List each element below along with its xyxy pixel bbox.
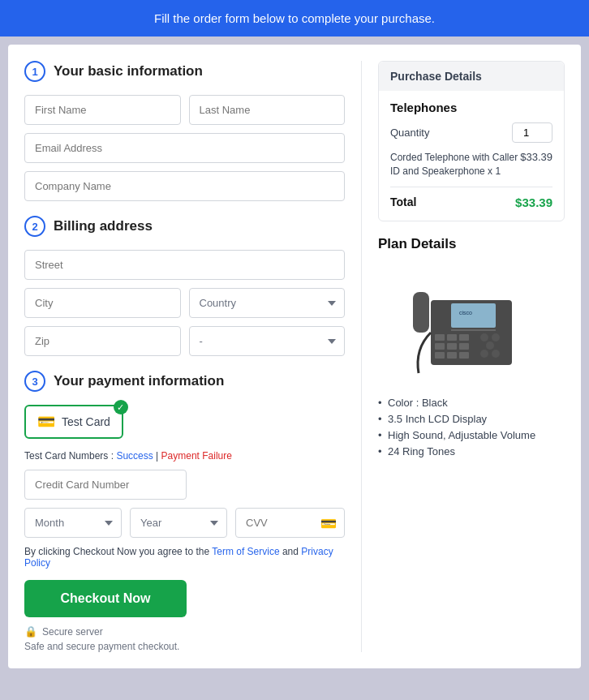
secure-server-info: 🔒 Secure server — [24, 625, 345, 638]
svg-rect-12 — [459, 352, 469, 359]
street-input[interactable] — [24, 250, 345, 280]
svg-rect-1 — [451, 303, 496, 328]
svg-point-16 — [480, 350, 488, 358]
plan-details-section: Plan Details cisco — [378, 236, 565, 457]
product-price: $33.39 — [520, 151, 552, 163]
plan-feature-item: Color : Black — [378, 397, 565, 409]
company-input[interactable] — [24, 171, 345, 201]
plan-feature-item: 24 Ring Tones — [378, 445, 565, 457]
state-select[interactable]: -CANYTXFLWAIL — [189, 326, 346, 356]
svg-point-17 — [492, 350, 500, 358]
section1-header: 1 Your basic information — [24, 61, 345, 82]
city-input[interactable] — [24, 288, 181, 318]
lock-icon: 🔒 — [24, 625, 37, 638]
svg-rect-3 — [451, 329, 496, 331]
quantity-input[interactable] — [512, 122, 552, 143]
svg-point-14 — [492, 333, 500, 341]
svg-rect-18 — [413, 292, 429, 333]
svg-rect-5 — [447, 334, 457, 341]
svg-rect-9 — [459, 343, 469, 350]
svg-point-15 — [486, 341, 494, 350]
month-select[interactable]: Month 010203 040506 070809 101112 — [24, 508, 122, 538]
phone-svg: cisco — [406, 268, 536, 381]
checkout-button[interactable]: Checkout Now — [24, 580, 187, 617]
cvv-wrapper: 💳 — [235, 508, 345, 538]
street-row — [24, 250, 345, 280]
section1-title: Your basic information — [54, 63, 203, 79]
company-row — [24, 171, 345, 201]
cc-number-row — [24, 470, 345, 500]
card-option[interactable]: 💳 Test Card ✓ — [24, 405, 123, 439]
step3-circle: 3 — [24, 371, 45, 392]
total-label: Total — [390, 195, 416, 208]
step1-circle: 1 — [24, 61, 45, 82]
phone-image: cisco — [398, 264, 544, 385]
test-card-label: Test Card Numbers : — [24, 450, 114, 462]
svg-rect-8 — [447, 343, 457, 350]
zip-input[interactable] — [24, 326, 181, 356]
svg-rect-7 — [435, 343, 445, 350]
plan-features-list: Color : Black3.5 Inch LCD DisplayHigh So… — [378, 397, 565, 457]
terms-text: By clicking Checkout Now you agree to th… — [24, 546, 345, 569]
section2-title: Billing address — [54, 218, 153, 234]
terms-of-service-link[interactable]: Term of Service — [212, 546, 279, 557]
plan-details-title: Plan Details — [378, 236, 565, 252]
card-label: Test Card — [62, 415, 110, 428]
top-banner: Fill the order form below to complete yo… — [0, 0, 589, 37]
email-input[interactable] — [24, 133, 345, 163]
banner-text: Fill the order form below to complete yo… — [154, 11, 435, 25]
test-card-failure-link[interactable]: Payment Failure — [161, 450, 232, 462]
left-panel: 1 Your basic information 2 — [24, 61, 362, 652]
test-card-info: Test Card Numbers : Success | Payment Fa… — [24, 450, 345, 462]
city-country-row: CountryUnited StatesUnited KingdomCanada… — [24, 288, 345, 318]
plan-feature-item: 3.5 Inch LCD Display — [378, 413, 565, 425]
purchase-details-title: Purchase Details — [379, 62, 564, 91]
right-panel: Purchase Details Telephones Quantity Cor… — [362, 61, 565, 652]
section3-header: 3 Your payment information — [24, 371, 345, 392]
check-badge: ✓ — [114, 400, 128, 414]
product-section-title: Telephones — [390, 101, 552, 114]
test-card-success-link[interactable]: Success — [116, 450, 153, 462]
step2-circle: 2 — [24, 216, 45, 237]
product-name: Corded Telephone with Caller ID and Spea… — [390, 151, 520, 178]
product-row: Corded Telephone with Caller ID and Spea… — [390, 151, 552, 187]
year-select[interactable]: Year 202420252026 202720282029 — [130, 508, 227, 538]
cvv-card-icon: 💳 — [320, 515, 337, 530]
terms-pre: By clicking Checkout Now you agree to th… — [24, 546, 212, 557]
svg-rect-6 — [459, 334, 469, 341]
section2-header: 2 Billing address — [24, 216, 345, 237]
quantity-label: Quantity — [390, 127, 429, 139]
country-select[interactable]: CountryUnited StatesUnited KingdomCanada… — [189, 288, 346, 318]
credit-card-icon: 💳 — [37, 413, 55, 431]
svg-rect-10 — [435, 352, 445, 359]
purchase-details-box: Purchase Details Telephones Quantity Cor… — [378, 61, 565, 221]
total-price: $33.39 — [515, 195, 552, 209]
secure-server-label: Secure server — [42, 626, 103, 638]
svg-rect-11 — [447, 352, 457, 359]
name-row — [24, 95, 345, 125]
last-name-input[interactable] — [189, 95, 346, 125]
svg-rect-4 — [435, 334, 445, 341]
quantity-row: Quantity — [390, 122, 552, 143]
secure-text: Safe and secure payment checkout. — [24, 641, 345, 652]
cc-number-input[interactable] — [24, 470, 187, 500]
first-name-input[interactable] — [24, 95, 181, 125]
expiry-cvv-row: Month 010203 040506 070809 101112 Year 2… — [24, 508, 345, 538]
total-row: Total $33.39 — [390, 195, 552, 209]
section3-title: Your payment information — [54, 373, 224, 389]
svg-point-13 — [480, 333, 488, 341]
zip-state-row: -CANYTXFLWAIL — [24, 326, 345, 356]
terms-mid: and — [282, 546, 301, 557]
svg-text:cisco: cisco — [459, 310, 472, 316]
email-row — [24, 133, 345, 163]
plan-feature-item: High Sound, Adjustable Volume — [378, 429, 565, 441]
